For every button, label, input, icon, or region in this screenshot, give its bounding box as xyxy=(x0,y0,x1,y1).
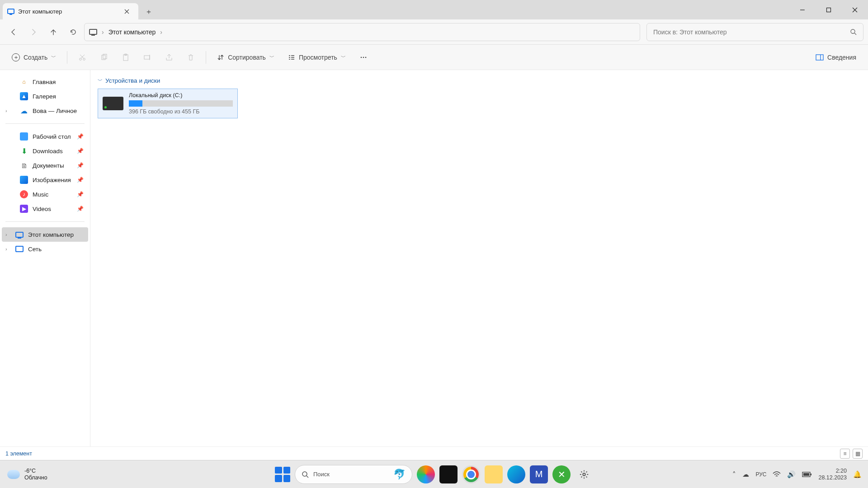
tray-battery-icon[interactable] xyxy=(802,472,812,477)
taskbar-app-chrome[interactable] xyxy=(462,465,480,483)
delete-button[interactable] xyxy=(181,49,200,66)
share-button[interactable] xyxy=(160,49,179,66)
rename-button[interactable] xyxy=(138,49,157,66)
tab-close-button[interactable] xyxy=(121,6,132,17)
sidebar-item-desktop[interactable]: Рабочий стол 📌 xyxy=(2,129,88,144)
video-icon: ▶ xyxy=(20,205,28,213)
create-button[interactable]: ＋ Создать ﹀ xyxy=(6,49,61,66)
breadcrumb[interactable]: › Этот компьютер › xyxy=(84,23,640,41)
sidebar-item-videos[interactable]: ▶ Videos 📌 xyxy=(2,202,88,216)
more-button[interactable] xyxy=(354,49,373,66)
sidebar-item-documents[interactable]: 🗎 Документы 📌 xyxy=(2,158,88,173)
chevron-down-icon: ﹀ xyxy=(341,54,346,61)
cut-button[interactable] xyxy=(73,49,92,66)
tray-notifications-icon[interactable]: 🔔 xyxy=(853,470,862,479)
sidebar-item-music[interactable]: ♪ Music 📌 xyxy=(2,187,88,202)
details-label: Сведения xyxy=(827,54,856,61)
create-label: Создать xyxy=(24,54,47,61)
tab-this-pc[interactable]: Этот компьютер xyxy=(3,3,138,19)
sidebar-item-label: Главная xyxy=(33,79,56,85)
taskbar-weather[interactable]: -6°C Облачно xyxy=(0,468,55,481)
view-label: Просмотреть xyxy=(299,54,337,61)
pin-icon: 📌 xyxy=(77,206,84,212)
chevron-down-icon: ﹀ xyxy=(269,54,274,61)
chevron-down-icon: ﹀ xyxy=(98,77,103,84)
chevron-right-icon[interactable]: › xyxy=(5,108,7,113)
weather-desc: Облачно xyxy=(24,474,47,481)
chevron-right-icon[interactable]: › xyxy=(5,232,7,237)
drive-usage-bar xyxy=(129,100,233,107)
sidebar-item-home[interactable]: ⌂ Главная xyxy=(2,75,88,89)
back-button[interactable] xyxy=(5,23,23,41)
sidebar-item-network[interactable]: › Сеть xyxy=(2,242,88,256)
search-input[interactable]: Поиск в: Этот компьютер xyxy=(646,23,863,41)
tray-onedrive-icon[interactable]: ☁ xyxy=(742,470,749,479)
chevron-right-icon[interactable]: › xyxy=(5,246,7,252)
drive-subtitle: 396 ГБ свободно из 455 ГБ xyxy=(129,108,233,115)
sidebar-item-this-pc[interactable]: › Этот компьютер xyxy=(2,227,88,242)
new-tab-button[interactable]: ＋ xyxy=(141,4,156,19)
tray-time: 2:20 xyxy=(836,468,847,474)
sidebar-item-downloads[interactable]: ⬇ Downloads 📌 xyxy=(2,144,88,158)
start-button[interactable] xyxy=(275,467,290,482)
sort-button[interactable]: Сортировать ﹀ xyxy=(212,49,280,66)
tray-clock[interactable]: 2:20 28.12.2023 xyxy=(818,468,847,481)
network-icon xyxy=(15,246,24,252)
svg-point-10 xyxy=(363,56,364,58)
breadcrumb-segment[interactable]: Этот компьютер xyxy=(108,28,156,36)
document-icon: 🗎 xyxy=(20,161,28,169)
taskbar-search-placeholder: Поиск xyxy=(313,471,330,478)
view-button[interactable]: Просмотреть ﹀ xyxy=(283,49,351,66)
this-pc-icon xyxy=(89,29,97,35)
sort-label: Сортировать xyxy=(228,54,266,61)
search-icon xyxy=(850,28,857,35)
group-header-devices[interactable]: ﹀ Устройства и диски xyxy=(98,77,861,84)
refresh-button[interactable] xyxy=(64,23,82,41)
sidebar-item-label: Вова — Личное xyxy=(33,108,77,114)
download-icon: ⬇ xyxy=(20,147,28,155)
maximize-button[interactable] xyxy=(816,0,842,19)
taskbar-app-settings[interactable] xyxy=(575,465,593,483)
titlebar: Этот компьютер ＋ xyxy=(0,0,868,19)
weather-temp: -6°C xyxy=(24,468,47,474)
details-pane-button[interactable]: Сведения xyxy=(810,49,862,66)
sidebar-item-gallery[interactable]: ▲ Галерея xyxy=(2,89,88,103)
sidebar-item-label: Сеть xyxy=(28,246,42,253)
sidebar-item-label: Videos xyxy=(33,206,51,212)
main-pane[interactable]: ﹀ Устройства и диски Локальный диск (C:)… xyxy=(90,70,868,446)
view-grid-button[interactable]: ▦ xyxy=(853,449,863,459)
taskbar-app-xbox[interactable]: ✕ xyxy=(552,465,571,483)
pin-icon: 📌 xyxy=(77,177,84,183)
taskbar-app-taskview[interactable] xyxy=(439,465,458,483)
minimize-button[interactable] xyxy=(789,0,816,19)
taskbar-app-edge[interactable] xyxy=(507,465,525,483)
paste-button[interactable] xyxy=(116,49,135,66)
close-button[interactable] xyxy=(842,0,868,19)
tray-language[interactable]: РУС xyxy=(755,471,766,478)
gallery-icon: ▲ xyxy=(20,92,28,100)
tray-date: 28.12.2023 xyxy=(818,474,847,481)
window-controls xyxy=(789,0,868,19)
sidebar-item-onedrive[interactable]: › ☁ Вова — Личное xyxy=(2,103,88,118)
sidebar-item-label: Галерея xyxy=(33,93,56,100)
svg-point-9 xyxy=(361,56,362,58)
sidebar-item-label: Music xyxy=(33,191,48,198)
sidebar-item-pictures[interactable]: Изображения 📌 xyxy=(2,173,88,187)
weather-icon xyxy=(7,470,20,479)
tray-wifi-icon[interactable] xyxy=(773,471,781,478)
taskbar-app-copilot[interactable] xyxy=(417,465,435,483)
taskbar-app-explorer[interactable] xyxy=(485,465,503,483)
up-button[interactable] xyxy=(44,23,62,41)
view-details-button[interactable]: ≡ xyxy=(840,449,850,459)
drive-c[interactable]: Локальный диск (C:) 396 ГБ свободно из 4… xyxy=(98,89,238,118)
drive-icon xyxy=(103,97,123,110)
taskbar-search[interactable]: Поиск 🐬 xyxy=(295,465,412,484)
sidebar-item-label: Документы xyxy=(33,162,64,169)
svg-point-3 xyxy=(83,58,85,60)
taskbar-app-generic[interactable]: M xyxy=(530,465,548,483)
tray-chevron-up-icon[interactable]: ˄ xyxy=(732,470,736,479)
copy-button[interactable] xyxy=(94,49,113,66)
forward-button[interactable] xyxy=(24,23,42,41)
tray-volume-icon[interactable]: 🔊 xyxy=(787,470,796,479)
chevron-right-icon: › xyxy=(102,28,104,36)
